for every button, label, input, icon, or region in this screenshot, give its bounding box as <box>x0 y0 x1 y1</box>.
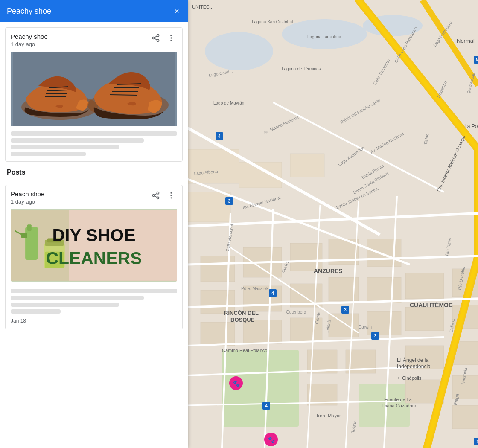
svg-text:✦ Cinépolis: ✦ Cinépolis <box>397 375 422 381</box>
svg-text:Darwin: Darwin <box>358 325 372 329</box>
post-card-date: Jan 18 <box>11 318 177 324</box>
post-text-line-2 <box>11 296 144 300</box>
svg-point-7 <box>170 40 172 41</box>
svg-text:3: 3 <box>344 308 347 312</box>
post-more-icon <box>167 191 175 200</box>
main-card: Peachy shoe 1 day ago <box>5 27 183 162</box>
svg-rect-28 <box>25 227 38 260</box>
svg-rect-36 <box>69 210 178 281</box>
svg-text:Diana Cazadora: Diana Cazadora <box>382 403 417 408</box>
map-svg: 4 3 4 3 3 4 M 1 🐾 🐾 UNITEC... Laguna Tam… <box>188 0 478 448</box>
svg-rect-58 <box>367 277 401 303</box>
svg-line-3 <box>154 38 157 40</box>
svg-point-6 <box>170 37 172 38</box>
svg-text:4: 4 <box>271 291 274 296</box>
svg-text:4: 4 <box>218 134 221 139</box>
svg-text:BOSQUE: BOSQUE <box>230 317 255 323</box>
post-more-button[interactable] <box>165 190 177 203</box>
svg-text:Normal: Normal <box>457 38 475 44</box>
svg-rect-46 <box>188 192 230 222</box>
svg-text:🐾: 🐾 <box>233 380 240 387</box>
text-line-3 <box>11 145 119 149</box>
map-area[interactable]: 4 3 4 3 3 4 M 1 🐾 🐾 UNITEC... Laguna Tam… <box>188 0 478 448</box>
svg-point-26 <box>170 197 172 198</box>
more-button[interactable] <box>165 33 177 45</box>
post-share-icon <box>152 191 160 200</box>
svg-line-23 <box>154 193 157 195</box>
left-panel: Peachy shoe × Peachy shoe 1 day ago <box>0 0 188 448</box>
svg-point-19 <box>157 192 159 194</box>
svg-line-4 <box>154 36 157 37</box>
card-time: 1 day ago <box>11 41 48 47</box>
post-share-button[interactable] <box>150 190 162 203</box>
svg-text:🐾: 🐾 <box>268 436 275 444</box>
content-lines <box>11 131 177 156</box>
svg-point-40 <box>205 32 273 70</box>
svg-point-20 <box>153 195 155 197</box>
svg-rect-64 <box>329 314 358 337</box>
svg-rect-66 <box>405 307 444 331</box>
svg-rect-29 <box>21 233 27 238</box>
svg-text:Independencia: Independencia <box>397 364 431 369</box>
svg-line-22 <box>154 196 157 197</box>
svg-text:Laguna San Cristóbal: Laguna San Cristóbal <box>252 20 293 24</box>
svg-line-16 <box>114 87 139 88</box>
post-text-line-4 <box>11 309 61 314</box>
svg-point-2 <box>157 39 159 41</box>
post-text-line-3 <box>11 303 119 307</box>
svg-line-18 <box>110 95 137 95</box>
card-title: Peachy shoe <box>11 33 48 40</box>
svg-rect-48 <box>290 154 324 177</box>
svg-rect-45 <box>188 149 239 183</box>
post-card-meta: Peach shoe 1 day ago <box>11 190 44 205</box>
svg-point-21 <box>157 197 159 199</box>
text-line-2 <box>11 138 144 143</box>
shoe-image <box>11 52 177 126</box>
svg-text:UNITEC...: UNITEC... <box>192 4 213 9</box>
svg-rect-62 <box>243 320 282 343</box>
svg-text:1: 1 <box>476 439 478 444</box>
text-line-1 <box>11 131 177 136</box>
svg-point-24 <box>170 192 172 194</box>
svg-text:3: 3 <box>374 334 376 338</box>
svg-rect-30 <box>27 224 32 231</box>
share-icon <box>152 34 160 42</box>
text-line-4 <box>11 152 86 156</box>
close-button[interactable]: × <box>172 5 181 17</box>
svg-text:Laguna Tamiahua: Laguna Tamiahua <box>307 35 341 39</box>
svg-text:RINCÓN DEL: RINCÓN DEL <box>224 310 259 316</box>
panel-title: Peachy shoe <box>7 7 51 16</box>
diy-illustration: DIY SHOE CLEANERS <box>11 209 177 282</box>
svg-rect-65 <box>367 311 401 335</box>
svg-text:Laguna de Términos: Laguna de Términos <box>282 67 321 71</box>
svg-rect-59 <box>405 273 444 299</box>
panel-header: Peachy shoe × <box>0 0 188 22</box>
svg-text:Camino Real Polanco: Camino Real Polanco <box>222 348 267 353</box>
post-card-title: Peach shoe <box>11 190 44 198</box>
svg-text:DIY SHOE: DIY SHOE <box>52 225 136 245</box>
more-icon <box>167 34 175 42</box>
svg-text:CLEANERS: CLEANERS <box>46 248 142 268</box>
share-button[interactable] <box>150 33 162 45</box>
post-card-actions <box>150 190 177 203</box>
svg-text:4: 4 <box>265 404 268 408</box>
svg-text:3: 3 <box>228 199 230 204</box>
post-content-lines <box>11 289 177 314</box>
shoe-illustration <box>13 52 175 126</box>
card-actions <box>150 33 177 45</box>
post-text-line-1 <box>11 289 177 293</box>
svg-point-25 <box>170 195 172 196</box>
svg-point-41 <box>282 19 367 49</box>
svg-line-12 <box>46 93 67 94</box>
svg-text:Torre Mayor: Torre Mayor <box>316 413 341 418</box>
svg-point-1 <box>153 37 155 39</box>
post-card: Peach shoe 1 day ago <box>5 185 183 329</box>
svg-text:Lago de Mayrán: Lago de Mayrán <box>213 101 244 105</box>
svg-text:Gutenberg: Gutenberg <box>286 310 306 314</box>
svg-text:La Pol: La Pol <box>464 123 478 129</box>
svg-text:ANZURES: ANZURES <box>314 268 343 274</box>
post-card-image: DIY SHOE CLEANERS <box>11 209 177 284</box>
svg-point-5 <box>170 35 172 36</box>
posts-label: Posts <box>0 162 188 180</box>
svg-point-0 <box>157 35 159 37</box>
